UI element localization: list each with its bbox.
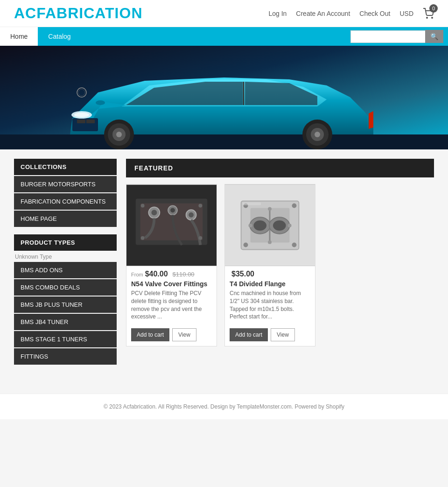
search-input[interactable] bbox=[350, 30, 425, 43]
product-actions-n54: Add to cart View bbox=[126, 328, 217, 341]
featured-area: FEATURED bbox=[126, 159, 434, 366]
product-image-t4 bbox=[225, 184, 315, 266]
product-description: PCV Delete Fitting The PCV delete fittin… bbox=[131, 289, 212, 321]
collections-title: COLLECTIONS bbox=[14, 159, 117, 175]
products-grid: From $40.00 $110.00 N54 Valve Cover Fitt… bbox=[126, 184, 434, 346]
product-info-n54: From $40.00 $110.00 N54 Valve Cover Fitt… bbox=[126, 266, 217, 328]
svg-point-45 bbox=[292, 243, 297, 247]
add-to-cart-button-n54[interactable]: Add to cart bbox=[131, 328, 169, 341]
currency-selector[interactable]: USD bbox=[399, 10, 413, 17]
sidebar-item-bms-jb4-tuner[interactable]: BMS JB4 TUNER bbox=[14, 314, 117, 330]
product-original-price: $110.00 bbox=[173, 271, 195, 278]
sidebar-item-burger-motorsports[interactable]: BURGER MOTORSPORTS bbox=[14, 176, 117, 192]
svg-point-30 bbox=[141, 204, 145, 207]
create-account-link[interactable]: Create An Account bbox=[296, 10, 350, 17]
product-from-label: From bbox=[131, 272, 143, 277]
cart-icon-wrapper[interactable]: 0 bbox=[423, 8, 434, 19]
svg-point-41 bbox=[273, 220, 286, 231]
product-title-t4: T4 Divided Flange bbox=[230, 280, 310, 288]
sidebar-item-bms-jb-plus-tuner[interactable]: BMS JB PLUS TUNER bbox=[14, 296, 117, 313]
header-right: Log In Create An Account Check Out USD 0 bbox=[268, 8, 434, 19]
product-price-t4: $35.00 bbox=[231, 270, 254, 278]
product-price: $40.00 bbox=[145, 270, 168, 278]
svg-rect-7 bbox=[86, 120, 95, 123]
checkout-link[interactable]: Check Out bbox=[359, 10, 390, 17]
hero-banner bbox=[0, 46, 448, 149]
catalog-nav-item[interactable]: Catalog bbox=[38, 27, 81, 46]
sidebar-item-fabrication-components[interactable]: FABRICATION COMPONENTS bbox=[14, 193, 117, 210]
svg-point-33 bbox=[198, 236, 202, 240]
sidebar-item-bms-add-ons[interactable]: BMS ADD ONS bbox=[14, 262, 117, 278]
svg-point-29 bbox=[189, 212, 194, 218]
svg-point-49 bbox=[268, 240, 272, 244]
product-info-t4: $35.00 T4 Divided Flange Cnc machined in… bbox=[225, 266, 315, 328]
view-button-t4[interactable]: View bbox=[271, 328, 295, 341]
footer: © 2023 Acfabrication. All Rights Reserve… bbox=[0, 394, 448, 419]
logo: ACFABRICATION bbox=[14, 5, 143, 22]
sidebar-item-bms-combo-deals[interactable]: BMS COMBO DEALS bbox=[14, 279, 117, 296]
svg-point-1 bbox=[432, 17, 433, 18]
svg-point-18 bbox=[96, 100, 105, 105]
svg-rect-50 bbox=[243, 203, 261, 205]
cart-count: 0 bbox=[429, 4, 438, 13]
nav: Home Catalog bbox=[0, 27, 350, 46]
product-card-t4: $35.00 T4 Divided Flange Cnc machined in… bbox=[224, 184, 315, 346]
svg-point-39 bbox=[253, 220, 266, 231]
svg-point-44 bbox=[244, 243, 248, 247]
svg-point-47 bbox=[288, 224, 292, 227]
product-actions-t4: Add to cart View bbox=[225, 328, 315, 341]
unknown-type-label: Unknown Type bbox=[14, 252, 117, 262]
svg-point-31 bbox=[198, 204, 202, 207]
nav-bar: Home Catalog 🔍 bbox=[0, 27, 448, 46]
add-to-cart-button-t4[interactable]: Add to cart bbox=[230, 328, 268, 341]
svg-rect-6 bbox=[77, 120, 85, 123]
featured-header: FEATURED bbox=[126, 159, 434, 177]
sidebar-item-fittings[interactable]: FITTINGS bbox=[14, 348, 117, 365]
sidebar-item-home-page[interactable]: HOME PAGE bbox=[14, 211, 117, 227]
product-description-t4: Cnc machined in house from 1/2" US 304 s… bbox=[230, 289, 310, 321]
svg-point-48 bbox=[268, 207, 272, 211]
hero-image bbox=[0, 46, 448, 149]
svg-point-46 bbox=[248, 224, 252, 227]
product-image-n54 bbox=[126, 184, 217, 266]
product-card-n54: From $40.00 $110.00 N54 Valve Cover Fitt… bbox=[126, 184, 217, 346]
home-nav-item[interactable]: Home bbox=[0, 27, 38, 46]
svg-point-0 bbox=[427, 17, 427, 18]
search-button[interactable]: 🔍 bbox=[425, 30, 443, 43]
header: ACFABRICATION Log In Create An Account C… bbox=[0, 0, 448, 27]
search-area: 🔍 bbox=[350, 30, 448, 43]
svg-point-25 bbox=[151, 210, 157, 215]
svg-point-13 bbox=[116, 132, 122, 137]
sidebar-item-bms-stage-1-tuners[interactable]: BMS STAGE 1 TUNERS bbox=[14, 331, 117, 347]
svg-point-32 bbox=[141, 236, 145, 240]
svg-point-27 bbox=[170, 208, 175, 212]
sidebar: COLLECTIONS BURGER MOTORSPORTS FABRICATI… bbox=[14, 159, 117, 366]
footer-text: © 2023 Acfabrication. All Rights Reserve… bbox=[104, 403, 344, 410]
product-types-title: PRODUCT TYPES bbox=[14, 234, 117, 251]
main-content: COLLECTIONS BURGER MOTORSPORTS FABRICATI… bbox=[0, 149, 448, 375]
svg-point-9 bbox=[74, 113, 89, 117]
svg-point-17 bbox=[315, 132, 320, 137]
svg-point-43 bbox=[292, 203, 297, 208]
svg-rect-3 bbox=[0, 134, 448, 149]
product-title: N54 Valve Cover Fittings bbox=[131, 280, 212, 288]
login-link[interactable]: Log In bbox=[268, 10, 287, 17]
view-button-n54[interactable]: View bbox=[172, 328, 196, 341]
